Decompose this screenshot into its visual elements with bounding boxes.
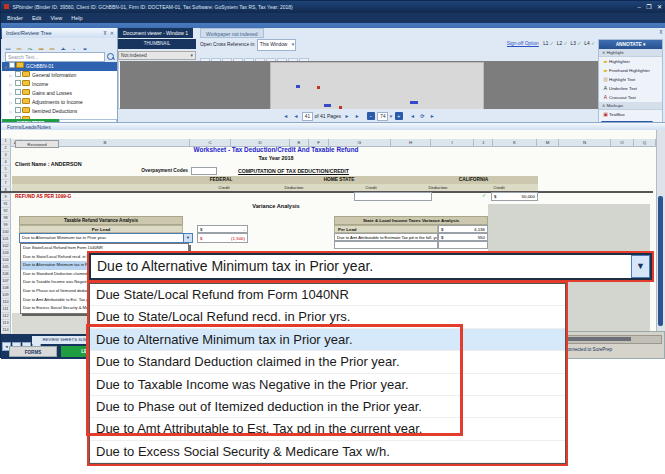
row-header[interactable]: 114: [1, 327, 11, 334]
signoff-option-link[interactable]: Sign-off Option: [507, 41, 539, 46]
annotate-header[interactable]: ANNOTATE ▾: [599, 40, 662, 49]
dropdown-option[interactable]: Due to Phase out of Itemized deduction i…: [90, 396, 565, 418]
annotate-tool[interactable]: ▥Highlight Text: [599, 75, 662, 84]
row-header[interactable]: 112: [1, 313, 11, 320]
column-header[interactable]: J: [474, 139, 493, 147]
row-header[interactable]: 98: [1, 215, 11, 222]
combobox-field[interactable]: Due to Alternative Minimum tax in Prior …: [89, 253, 652, 280]
checkbox[interactable]: [15, 71, 21, 77]
document-page[interactable]: [270, 62, 484, 109]
column-header[interactable]: I: [431, 139, 474, 147]
row-header[interactable]: 99: [1, 222, 11, 229]
first-page-icon[interactable]: ◄: [283, 113, 288, 119]
checkbox[interactable]: [15, 98, 21, 104]
annotate-tool[interactable]: AUnderline Text: [599, 84, 662, 93]
annotate-tool[interactable]: ACrossout Text: [599, 93, 662, 102]
dropdown-option[interactable]: Due to Alternative Minimum tax in Prior …: [90, 329, 565, 351]
signoff-level[interactable]: L3 ✓: [571, 41, 582, 46]
panel-close-icon[interactable]: ✕: [110, 28, 114, 38]
variance-amount-cell[interactable]: $(1,500): [197, 233, 248, 243]
combobox-dropdown-button[interactable]: ▼: [631, 255, 650, 278]
annotate-section-highlight[interactable]: ∧ Highlight: [599, 49, 662, 57]
scrollbar-thumb[interactable]: [658, 196, 663, 326]
row-header[interactable]: 102: [1, 243, 11, 250]
row-header[interactable]: 6: [1, 173, 11, 180]
not-indexed-select[interactable]: Not indexed: [118, 51, 196, 60]
tree-item[interactable]: ▷Gains and Losses: [2, 89, 117, 98]
viewer-pin-icon[interactable]: ⊼: [659, 29, 663, 35]
dropdown-option[interactable]: Due to Amt Attributable to Est. Tax pd i…: [90, 418, 565, 440]
caret-icon[interactable]: ◢: [2, 62, 8, 71]
minimize-button[interactable]: –: [637, 4, 640, 10]
tree-root-item[interactable]: ◢GChBBN-01: [2, 62, 117, 71]
menu-item[interactable]: Edit: [32, 15, 41, 21]
menu-item[interactable]: View: [50, 15, 62, 21]
empty-cell[interactable]: [334, 241, 438, 249]
row-header[interactable]: 103: [1, 250, 11, 257]
row-header[interactable]: 1: [1, 138, 11, 145]
column-header[interactable]: O: [611, 139, 634, 147]
row-header[interactable]: 105: [1, 264, 11, 271]
search-input[interactable]: Search Text...: [5, 52, 105, 62]
caret-icon[interactable]: ▷: [8, 71, 14, 80]
tree-item[interactable]: ▷Adjustments to Income: [2, 98, 117, 107]
back-icon[interactable]: ◄: [410, 113, 415, 119]
row-header[interactable]: 4: [1, 159, 11, 166]
state-local-row-label[interactable]: Due to Amt Attributable to Estimate Tax …: [334, 233, 438, 241]
signoff-level[interactable]: L4 ✓: [584, 41, 595, 46]
zoom-in-button[interactable]: +: [395, 112, 403, 120]
signoff-level[interactable]: L1 ✓: [543, 41, 554, 46]
row-header[interactable]: 100: [1, 229, 11, 236]
reviewed-button[interactable]: Reviewed: [15, 140, 59, 148]
tree-item[interactable]: ▷Itemized Deductions: [2, 107, 117, 116]
checkbox[interactable]: [15, 107, 21, 113]
checkbox[interactable]: [15, 89, 21, 95]
dropdown-option[interactable]: Due to Taxable Income was Negative in th…: [90, 374, 565, 396]
column-header[interactable]: N: [559, 139, 611, 147]
california-credit-cell[interactable]: $ 50,000: [491, 192, 538, 201]
annotate-section-markups[interactable]: ∧ Markups: [599, 102, 662, 110]
column-header[interactable]: M: [537, 139, 559, 147]
menu-item[interactable]: Help: [71, 15, 82, 21]
signoff-level[interactable]: L2 ✓: [557, 41, 568, 46]
empty-cell[interactable]: [438, 241, 488, 249]
row-header[interactable]: 110: [1, 299, 11, 306]
checkbox[interactable]: [15, 80, 21, 86]
current-page-input[interactable]: 41: [302, 112, 313, 121]
checkbox[interactable]: [9, 62, 15, 68]
combobox-arrow-icon[interactable]: ▼: [183, 234, 192, 242]
tree-item[interactable]: ▷General Information: [2, 71, 117, 80]
caret-icon[interactable]: ▷: [8, 89, 14, 98]
row-header[interactable]: 7: [1, 180, 11, 187]
row-header[interactable]: 107: [1, 278, 11, 285]
cross-ref-select[interactable]: This Window: [257, 39, 296, 51]
row-header[interactable]: 113: [1, 320, 11, 327]
row-header[interactable]: 111: [1, 306, 11, 313]
zoom-level[interactable]: 74: [377, 112, 388, 121]
state-local-row-value[interactable]: $550: [438, 233, 488, 241]
prev-page-icon[interactable]: ◄: [294, 113, 299, 119]
annotate-tool[interactable]: ▰Highlighter: [599, 57, 662, 66]
variance-reason-combobox[interactable]: Due to Alternative Minimum tax in Prior …: [19, 233, 193, 243]
forward-icon[interactable]: ►: [430, 113, 435, 119]
row-header[interactable]: 101: [1, 236, 11, 243]
caret-icon[interactable]: ▷: [8, 80, 14, 89]
dropdown-option[interactable]: Due State/Local Refund from Form 1040NR: [90, 284, 565, 306]
column-header[interactable]: Q: [634, 139, 656, 147]
panel-pin-icon[interactable]: ⊼: [103, 28, 107, 38]
menu-item[interactable]: Binder: [7, 15, 23, 21]
zoom-out-button[interactable]: −: [367, 112, 375, 120]
dropdown-option[interactable]: Due to Standard Deduction claimed in the…: [90, 351, 565, 373]
caret-icon[interactable]: ▷: [8, 107, 14, 116]
thumbnail-button[interactable]: THUMBNAIL: [118, 39, 196, 49]
row-header[interactable]: 92: [1, 208, 11, 215]
column-header[interactable]: K: [493, 139, 537, 147]
row-header[interactable]: 5: [1, 166, 11, 173]
tab-forms[interactable]: FORMS: [9, 346, 57, 357]
row-header[interactable]: 108: [1, 285, 11, 292]
tab-workpaper[interactable]: Workpaper not indexed: [200, 28, 264, 38]
scrollbar-thumb[interactable]: [559, 337, 631, 341]
search-icon[interactable]: [107, 53, 114, 60]
dropdown-option[interactable]: Due to Excess Social Security & Medicare…: [90, 441, 565, 463]
dropdown-option[interactable]: Due to State/Local Refund recd. in Prior…: [90, 306, 565, 328]
